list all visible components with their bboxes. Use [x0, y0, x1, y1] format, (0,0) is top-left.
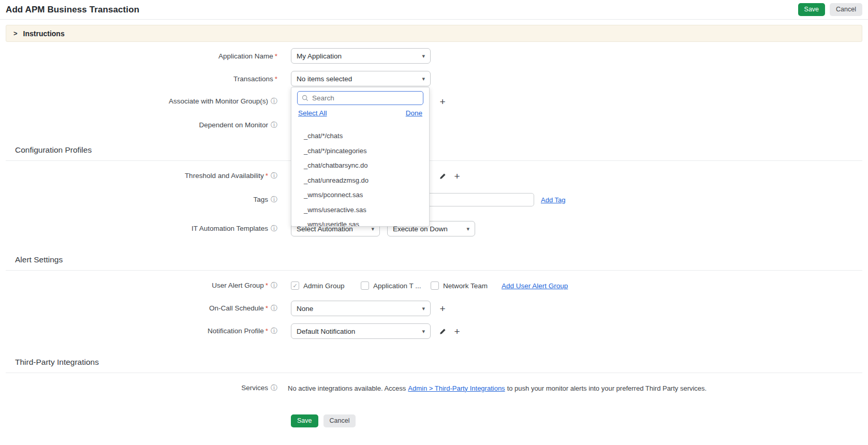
transactions-value: No items selected [297, 75, 352, 83]
dependent-monitor-row: Dependent on Monitorⓘ [0, 117, 868, 133]
transaction-option[interactable]: _chat/*/pincategories [291, 144, 429, 159]
instructions-collapsible[interactable]: > Instructions [6, 25, 862, 42]
pencil-icon [439, 328, 446, 335]
info-icon[interactable]: ⓘ [271, 304, 277, 312]
user-alert-group-label: User Alert Group*ⓘ [0, 281, 277, 290]
notification-profile-row: Notification Profile*ⓘ Default Notificat… [0, 323, 868, 339]
page-title: Add APM Business Transaction [6, 5, 139, 15]
checkbox: ✓ [291, 281, 299, 290]
transactions-label: Transactions* [0, 75, 277, 83]
check-icon: ✓ [292, 283, 297, 289]
instructions-label: Instructions [23, 29, 65, 38]
required-marker: * [266, 172, 268, 180]
on-call-schedule-value: None [297, 305, 313, 313]
transaction-option[interactable]: _wms/useridle.sas [291, 217, 429, 227]
info-icon[interactable]: ⓘ [271, 327, 277, 335]
checkbox: ✓ [361, 281, 369, 290]
user-alert-group-row: User Alert Group*ⓘ ✓ Admin Group ✓ Appli… [0, 278, 868, 293]
topbar-actions: Save Cancel [798, 3, 862, 16]
checkbox-application-team[interactable]: ✓ Application T ... [361, 281, 431, 290]
dropdown-actions: Select All Done [298, 109, 422, 117]
transactions-search-box [297, 91, 423, 105]
select-all-link[interactable]: Select All [298, 109, 327, 117]
plus-icon: + [439, 304, 445, 314]
required-marker: * [266, 281, 268, 289]
services-message: No active integrations available. Access… [288, 384, 707, 392]
transactions-dropdown-panel: Select All Done _chat/*/chats _chat/*/pi… [291, 87, 430, 227]
add-monitor-group-button[interactable]: + [438, 97, 447, 106]
info-icon[interactable]: ⓘ [271, 172, 277, 180]
plus-icon: + [454, 327, 460, 336]
chevron-down-icon: ▾ [422, 305, 425, 312]
chevron-down-icon: ▾ [422, 328, 425, 335]
add-on-call-schedule-button[interactable]: + [438, 304, 447, 313]
add-user-alert-group-link[interactable]: Add User Alert Group [502, 282, 568, 290]
chevron-right-icon: > [13, 29, 18, 37]
monitor-groups-row: Associate with Monitor Group(s)ⓘ + [0, 94, 868, 109]
cancel-button[interactable]: Cancel [830, 3, 862, 16]
plus-icon: + [439, 97, 445, 107]
info-icon[interactable]: ⓘ [271, 384, 277, 392]
transactions-option-list: _chat/*/chats _chat/*/pincategories _cha… [291, 129, 429, 227]
save-button-footer[interactable]: Save [291, 414, 318, 427]
top-bar: Add APM Business Transaction Save Cancel [0, 0, 868, 20]
on-call-schedule-label: On-Call Schedule*ⓘ [0, 304, 277, 313]
section-title: Third-Party Integrations [15, 358, 862, 367]
info-icon[interactable]: ⓘ [271, 281, 277, 289]
admin-third-party-link[interactable]: Admin > Third-Party Integrations [408, 384, 505, 392]
transaction-option[interactable]: _wms/useractive.sas [291, 203, 429, 218]
on-call-schedule-row: On-Call Schedule*ⓘ None ▾ + [0, 301, 868, 316]
section-title: Configuration Profiles [15, 145, 862, 155]
info-icon[interactable]: ⓘ [271, 196, 277, 203]
cancel-button-footer[interactable]: Cancel [323, 414, 356, 427]
done-link[interactable]: Done [406, 109, 422, 117]
edit-notification-profile-button[interactable] [438, 327, 447, 336]
application-name-label: Application Name* [0, 52, 277, 60]
chevron-down-icon: ▾ [422, 53, 425, 60]
plus-icon: + [454, 171, 460, 181]
notification-profile-select[interactable]: Default Notification ▾ [291, 323, 431, 339]
edit-threshold-profile-button[interactable] [438, 171, 447, 181]
required-marker: * [275, 75, 277, 83]
application-name-row: Application Name* My Application ▾ [0, 48, 868, 64]
services-label: Servicesⓘ [0, 383, 277, 393]
required-marker: * [266, 327, 268, 335]
application-name-value: My Application [297, 52, 342, 60]
alert-settings-section-header: Alert Settings [6, 255, 862, 271]
main-form: Application Name* My Application ▾ Trans… [0, 48, 868, 427]
required-marker: * [275, 52, 277, 60]
notification-profile-value: Default Notification [297, 328, 355, 335]
info-icon[interactable]: ⓘ [271, 121, 277, 129]
info-icon[interactable]: ⓘ [271, 97, 277, 105]
add-threshold-profile-button[interactable]: + [452, 171, 462, 181]
section-title: Alert Settings [15, 255, 862, 264]
application-name-select[interactable]: My Application ▾ [291, 48, 431, 64]
threshold-row: Threshold and Availability*ⓘ + [0, 168, 868, 184]
search-icon [302, 95, 308, 101]
chevron-down-icon: ▾ [466, 226, 469, 232]
transaction-option[interactable]: _chat/*/chats [291, 129, 429, 144]
transaction-option[interactable]: _wms/pconnect.sas [291, 188, 429, 203]
transactions-search-input[interactable] [311, 94, 419, 102]
transactions-select[interactable]: No items selected ▾ [291, 71, 431, 86]
transaction-option[interactable]: _chat/unreadzmsg.do [291, 173, 429, 188]
configuration-profiles-section-header: Configuration Profiles [6, 145, 862, 161]
checkbox-network-team[interactable]: ✓ Network Team [431, 281, 501, 290]
dependent-monitor-label: Dependent on Monitorⓘ [0, 121, 277, 130]
footer-actions: Save Cancel [291, 414, 868, 427]
it-automation-label: IT Automation Templatesⓘ [0, 224, 277, 233]
checkbox-admin-group[interactable]: ✓ Admin Group [291, 281, 361, 290]
threshold-label: Threshold and Availability*ⓘ [0, 171, 277, 181]
third-party-section-header: Third-Party Integrations [6, 358, 862, 373]
on-call-schedule-select[interactable]: None ▾ [291, 301, 431, 316]
transaction-option[interactable]: _chat/chatbarsync.do [291, 158, 429, 173]
transactions-row: Transactions* No items selected ▾ Select… [0, 71, 868, 86]
add-tag-link[interactable]: Add Tag [541, 196, 565, 204]
pencil-icon [439, 173, 446, 180]
info-icon[interactable]: ⓘ [271, 225, 277, 232]
save-button[interactable]: Save [798, 3, 826, 16]
services-row: Servicesⓘ No active integrations availab… [0, 380, 868, 396]
notification-profile-label: Notification Profile*ⓘ [0, 327, 277, 336]
add-notification-profile-button[interactable]: + [452, 327, 462, 336]
monitor-groups-label: Associate with Monitor Group(s)ⓘ [0, 97, 277, 106]
